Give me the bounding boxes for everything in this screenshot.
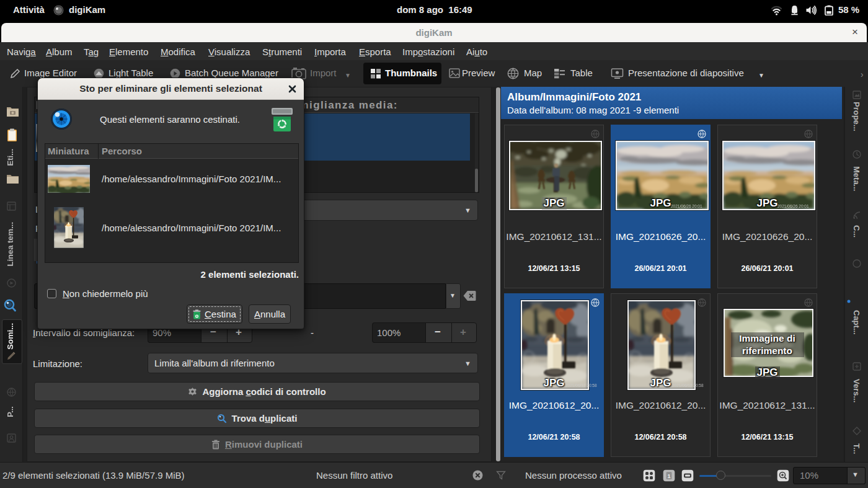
svg-text:1: 1 — [667, 473, 670, 479]
